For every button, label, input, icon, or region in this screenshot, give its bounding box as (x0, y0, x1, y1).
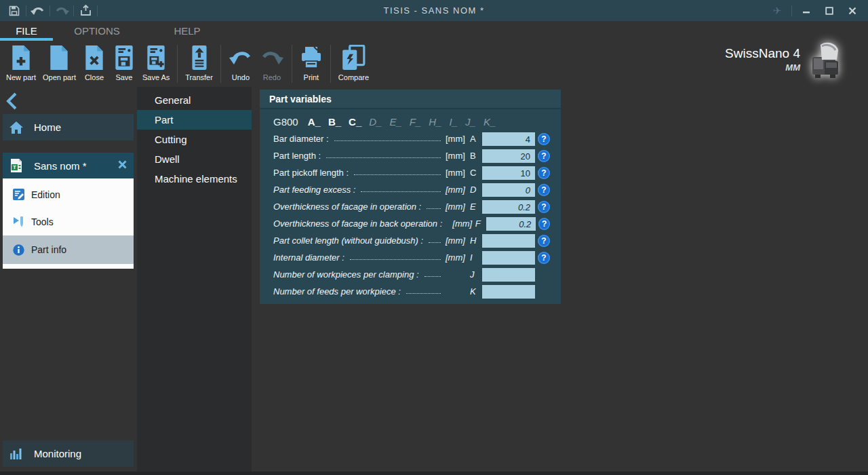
dotted-leader (350, 253, 441, 260)
redo-icon[interactable] (53, 3, 71, 19)
undo-button[interactable]: Undo (225, 41, 256, 81)
help-button[interactable]: ? (538, 252, 550, 264)
sidebar-item-home[interactable]: Home (3, 114, 134, 140)
maximize-button[interactable] (818, 0, 841, 21)
menu-file[interactable]: FILE (0, 21, 53, 41)
variable-letter: H (470, 235, 482, 246)
value-input[interactable]: 0.2 (482, 200, 535, 214)
save-as-button[interactable]: Save As (139, 41, 173, 81)
help-button[interactable]: ? (538, 167, 550, 179)
value-input[interactable] (482, 250, 535, 265)
dotted-leader (406, 287, 441, 294)
value-input[interactable]: 10 (482, 166, 535, 180)
value-input[interactable] (482, 267, 535, 282)
part-variable-row: Part length : [mm] B 20 ? (273, 147, 550, 164)
unit-label: [mm] (446, 151, 470, 161)
help-button[interactable]: ? (538, 218, 550, 230)
section-nav-item[interactable]: General (137, 90, 252, 110)
section-nav-item[interactable]: Machine elements (137, 169, 252, 189)
undo-icon[interactable] (29, 3, 47, 19)
window-controls: ✈ (766, 0, 868, 21)
value-input[interactable] (482, 284, 535, 299)
open-part-button[interactable]: Open part (39, 41, 79, 81)
compare-button[interactable]: Compare (335, 41, 372, 81)
sidebar-item-label: Edition (31, 189, 60, 200)
section-nav-item[interactable]: Dwell (137, 149, 252, 169)
form-rows: Bar diameter : [mm] A 4 ? Part length : … (260, 129, 561, 300)
toolbar-separator (292, 45, 292, 83)
variable-letter: I (470, 252, 482, 263)
help-button[interactable]: ? (538, 235, 550, 247)
variable-letter: D (470, 185, 482, 195)
sidebar-item-monitoring[interactable]: Monitoring (3, 440, 134, 467)
document-tab[interactable]: T Sans nom * (3, 153, 134, 178)
divider (97, 5, 98, 16)
close-button[interactable] (841, 0, 864, 21)
home-icon (9, 121, 23, 134)
variable-letter: C (470, 168, 482, 178)
field-label: Part feeding excess : (273, 185, 355, 195)
value-input[interactable]: 0 (482, 183, 535, 197)
button-label: Close (85, 73, 104, 81)
new-part-button[interactable]: New part (3, 41, 39, 81)
undo-arrow-icon (229, 43, 253, 72)
minimize-button[interactable] (795, 0, 818, 21)
divider (791, 5, 792, 16)
close-document-icon[interactable] (118, 159, 127, 172)
section-nav-item[interactable]: Part (137, 110, 252, 130)
value-input[interactable]: 20 (482, 149, 535, 163)
button-label: Compare (338, 73, 369, 81)
redo-button[interactable]: Redo (256, 41, 288, 81)
help-button[interactable]: ? (538, 201, 550, 213)
transfer-icon (191, 43, 208, 72)
g800-letter: F_ (410, 116, 422, 128)
dotted-leader (326, 151, 441, 158)
help-button[interactable]: ? (538, 184, 550, 196)
g800-letters: A_B_C_D_E_F_H_I_J_K_ (308, 116, 504, 128)
g800-letter: E_ (389, 116, 401, 128)
g800-letter: C_ (349, 116, 361, 128)
export-icon[interactable] (77, 3, 94, 19)
help-button[interactable]: ? (538, 133, 550, 145)
toolbar-separator (330, 45, 331, 83)
document-section-panel: Edition Tools Part info (3, 178, 134, 269)
print-button[interactable]: Print (296, 41, 326, 81)
unit-label: [mm] (446, 202, 470, 212)
field-label: Overthickness of facage in operation : (273, 202, 421, 212)
menu-help[interactable]: HELP (155, 21, 220, 41)
back-button[interactable] (5, 92, 22, 110)
print-icon (300, 43, 323, 72)
g800-letter: J_ (465, 116, 476, 128)
dotted-leader (354, 168, 441, 175)
edition-icon (12, 189, 24, 200)
help-button[interactable]: ? (538, 150, 550, 162)
save-icon[interactable] (5, 3, 23, 19)
save-part-button[interactable]: Save (109, 41, 139, 81)
sidebar-item-part-info[interactable]: Part info (3, 235, 134, 264)
part-variable-row: Part feeding excess : [mm] D 0 ? (273, 181, 550, 198)
sidebar-item-label: Monitoring (34, 448, 81, 459)
value-input[interactable]: 4 (482, 132, 535, 146)
close-part-button[interactable]: Close (79, 41, 109, 81)
g800-letter: D_ (369, 116, 382, 128)
menu-options[interactable]: OPTIONS (60, 21, 134, 41)
transfer-button[interactable]: Transfer (182, 41, 216, 81)
field-label: Part length : (273, 151, 321, 161)
field-label: Number of workpieces per clamping : (273, 269, 419, 280)
sidebar-item-edition[interactable]: Edition (3, 183, 134, 206)
value-input[interactable]: 0.2 (486, 216, 536, 231)
unit-label: [mm] (446, 168, 470, 178)
quick-access-toolbar (0, 0, 100, 21)
g800-letter: H_ (429, 116, 441, 128)
button-label: Print (304, 73, 319, 81)
part-variable-row: Bar diameter : [mm] A 4 ? (273, 130, 550, 147)
transfer-plane-icon[interactable]: ✈ (766, 5, 789, 17)
gcode-label: G800 (273, 116, 298, 128)
value-input[interactable] (482, 233, 535, 248)
monitoring-chart-icon (9, 448, 23, 459)
variable-letter: A (470, 134, 482, 144)
sidebar-item-tools[interactable]: Tools (3, 210, 134, 233)
button-label: New part (6, 73, 36, 81)
button-label: Save As (142, 73, 170, 81)
section-nav-item[interactable]: Cutting (137, 130, 252, 149)
